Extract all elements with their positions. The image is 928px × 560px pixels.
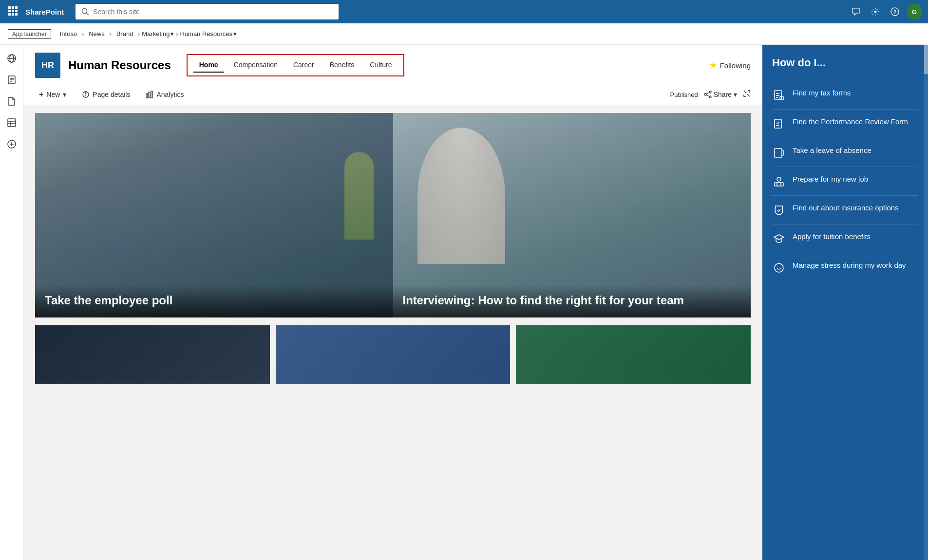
how-do-item-tax[interactable]: Find my tax forms <box>772 81 918 110</box>
svg-rect-31 <box>146 93 148 98</box>
page-details-label: Page details <box>93 91 130 98</box>
svg-line-38 <box>706 95 709 96</box>
marketing-label: Marketing <box>142 30 170 37</box>
breadcrumb-sep-1: › <box>82 31 84 37</box>
svg-rect-8 <box>15 13 18 16</box>
breadcrumb-news[interactable]: News <box>86 29 108 38</box>
bottom-card-3[interactable] <box>516 325 751 384</box>
star-icon: ★ <box>709 60 717 71</box>
share-label: Share <box>714 91 732 98</box>
app-launcher-button[interactable]: App launcher <box>8 29 51 39</box>
leave-icon <box>772 146 786 160</box>
how-do-text-leave: Take a leave of absence <box>793 145 871 155</box>
how-do-item-review[interactable]: Find the Performance Review Form <box>772 110 918 138</box>
svg-rect-1 <box>12 6 14 9</box>
main-layout: HR Human Resources Home Compensation Car… <box>0 45 928 560</box>
svg-rect-2 <box>15 6 18 9</box>
new-chevron-icon: ▾ <box>63 91 66 98</box>
svg-rect-7 <box>12 13 14 16</box>
breadcrumb-brand[interactable]: Brand <box>114 29 136 38</box>
top-bar-icons: ? G <box>848 4 922 19</box>
scrollbar-thumb[interactable] <box>924 45 928 74</box>
site-title: Human Resources <box>68 58 171 72</box>
breadcrumb-sep-3: › <box>138 31 140 37</box>
site-header-top: HR Human Resources Home Compensation Car… <box>35 53 751 78</box>
svg-point-29 <box>85 93 86 93</box>
search-icon <box>81 8 89 16</box>
tab-career[interactable]: Career <box>287 58 320 73</box>
bottom-card-1[interactable] <box>35 325 270 384</box>
marketing-chevron-icon: ▾ <box>170 30 174 37</box>
svg-point-35 <box>704 93 706 95</box>
hr-dropdown[interactable]: Human Resources ▾ <box>180 30 237 37</box>
site-nav-tabs: Home Compensation Career Benefits Cultur… <box>187 54 405 76</box>
svg-rect-33 <box>151 91 152 98</box>
bottom-card-2[interactable] <box>276 325 511 384</box>
left-sidebar <box>0 45 23 560</box>
tab-compensation[interactable]: Compensation <box>228 58 284 73</box>
sidebar-add-icon[interactable] <box>2 134 21 154</box>
avatar[interactable]: G <box>907 4 922 19</box>
how-do-text-insurance: Find out about insurance options <box>793 203 899 213</box>
how-do-text-job: Prepare for my new job <box>793 174 868 184</box>
svg-point-36 <box>709 96 711 98</box>
analytics-icon <box>146 91 153 98</box>
sidebar-doc-icon[interactable] <box>2 92 21 111</box>
search-input[interactable] <box>93 8 333 16</box>
marketing-dropdown[interactable]: Marketing ▾ <box>142 30 174 37</box>
how-do-i-title: How do I... <box>772 56 918 69</box>
hero-card-1-label: Take the employee poll <box>35 285 393 317</box>
svg-text:?: ? <box>893 9 897 15</box>
svg-rect-21 <box>8 119 16 127</box>
svg-rect-5 <box>15 10 18 12</box>
settings-icon[interactable] <box>868 4 883 19</box>
tax-icon <box>772 89 786 102</box>
hr-chevron-icon: ▾ <box>233 30 237 37</box>
grid-icon[interactable] <box>6 4 19 20</box>
sidebar-pages-icon[interactable] <box>2 70 21 90</box>
following-button[interactable]: ★ Following <box>709 60 751 71</box>
sidebar-globe-icon[interactable] <box>2 49 21 68</box>
sidebar-list-icon[interactable] <box>2 113 21 132</box>
breadcrumb-sep-2: › <box>110 31 112 37</box>
sharepoint-logo: SharePoint <box>25 8 64 16</box>
svg-rect-6 <box>8 13 11 16</box>
svg-line-10 <box>87 13 89 16</box>
how-do-item-leave[interactable]: Take a leave of absence <box>772 138 918 167</box>
how-do-item-tuition[interactable]: Apply for tuition benefits <box>772 224 918 253</box>
how-do-text-stress: Manage stress during my work day <box>793 260 906 270</box>
help-icon[interactable]: ? <box>887 4 903 19</box>
how-do-text-tax: Find my tax forms <box>793 88 851 98</box>
page-content: Take the employee poll Interviewing: How… <box>23 105 762 560</box>
how-do-text-review: Find the Performance Review Form <box>793 116 908 127</box>
share-chevron-icon: ▾ <box>734 91 737 98</box>
chat-icon[interactable] <box>848 4 864 19</box>
tab-culture[interactable]: Culture <box>364 58 398 73</box>
svg-rect-32 <box>149 92 150 98</box>
tab-home[interactable]: Home <box>193 58 224 73</box>
hero-grid: Take the employee poll Interviewing: How… <box>35 113 751 317</box>
job-icon <box>772 175 786 188</box>
page-details-button[interactable]: Page details <box>78 89 134 100</box>
expand-button[interactable] <box>743 90 751 99</box>
hero-card-2-label: Interviewing: How to find the right fit … <box>393 285 751 317</box>
hero-card-2[interactable]: Interviewing: How to find the right fit … <box>393 113 751 317</box>
scrollbar-track <box>924 45 928 560</box>
tab-benefits[interactable]: Benefits <box>324 58 360 73</box>
toolbar: + New ▾ Page details Analytics <box>23 84 762 105</box>
how-do-item-job[interactable]: Prepare for my new job <box>772 167 918 196</box>
new-button[interactable]: + New ▾ <box>35 88 70 101</box>
breadcrumb-intoso[interactable]: Intoso <box>57 29 80 38</box>
search-box[interactable] <box>76 4 339 19</box>
share-icon <box>704 91 712 98</box>
hero-card-1[interactable]: Take the employee poll <box>35 113 393 317</box>
how-do-text-tuition: Apply for tuition benefits <box>793 231 871 242</box>
insurance-icon <box>772 204 786 217</box>
how-do-item-insurance[interactable]: Find out about insurance options <box>772 196 918 224</box>
share-button[interactable]: Share ▾ <box>704 91 737 98</box>
analytics-label: Analytics <box>156 91 184 98</box>
how-do-item-stress[interactable]: Manage stress during my work day <box>772 253 918 281</box>
analytics-button[interactable]: Analytics <box>142 89 188 100</box>
breadcrumb-bar: App launcher Intoso › News › Brand › Mar… <box>0 23 928 45</box>
svg-rect-48 <box>775 149 782 157</box>
